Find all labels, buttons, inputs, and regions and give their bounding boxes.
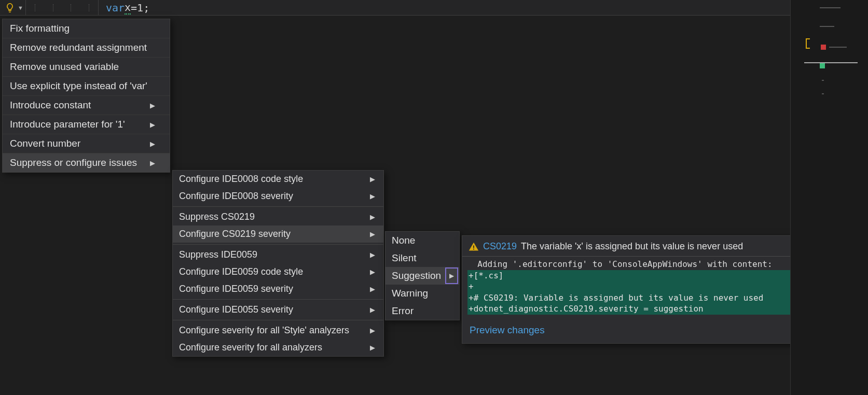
menu-item-label: Configure IDE0008 code style xyxy=(179,174,303,185)
minimap-mark xyxy=(820,7,841,8)
chevron-right-icon: ▶ xyxy=(445,267,458,284)
chevron-right-icon: ▶ xyxy=(370,285,375,293)
chevron-right-icon: ▶ xyxy=(370,251,375,259)
severity-option[interactable]: Warning xyxy=(385,285,459,302)
minimap[interactable] xyxy=(790,0,868,395)
keyword-var: var xyxy=(106,2,125,14)
severity-submenu: NoneSilentSuggestion▶WarningError xyxy=(385,231,460,320)
menu-item[interactable]: Remove redundant assignment xyxy=(3,38,170,58)
diagnostic-message: The variable 'x' is assigned but its val… xyxy=(521,241,743,252)
minimap-mark xyxy=(822,93,824,94)
preview-caption: Adding '.editorconfig' to 'ConsoleAppWin… xyxy=(467,259,773,269)
menu-item-label: Suppress or configure issues xyxy=(10,157,137,168)
minimap-mark xyxy=(822,80,824,81)
chevron-right-icon: ▶ xyxy=(150,140,155,148)
menu-item[interactable]: Configure IDE0059 code style▶ xyxy=(173,263,383,280)
preview-panel: CS0219 The variable 'x' is assigned but … xyxy=(462,235,809,344)
menu-item-label: Configure IDE0055 severity xyxy=(179,304,293,315)
preview-header: CS0219 The variable 'x' is assigned but … xyxy=(462,236,809,257)
editor-gutter xyxy=(26,0,99,15)
menu-item-label: Suppress IDE0059 xyxy=(179,249,257,260)
preview-footer: Preview changes xyxy=(462,318,809,343)
lightbulb-button[interactable]: ▼ xyxy=(0,0,26,15)
minimap-mark xyxy=(829,47,847,48)
menu-item-label: Use explicit type instead of 'var' xyxy=(10,80,147,92)
menu-item-label: Configure severity for all 'Style' analy… xyxy=(179,325,349,336)
menu-item-label: Introduce constant xyxy=(10,100,91,111)
menu-item-label: Warning xyxy=(392,288,428,299)
preview-body: Adding '.editorconfig' to 'ConsoleAppWin… xyxy=(462,257,809,318)
chevron-right-icon: ▶ xyxy=(370,175,375,183)
menu-item[interactable]: Configure IDE0059 severity▶ xyxy=(173,280,383,298)
variable-x: x xyxy=(125,1,131,15)
menu-item[interactable]: Fix formatting xyxy=(3,19,170,38)
menu-item[interactable]: Suppress or configure issues▶ xyxy=(3,153,170,172)
menu-item-label: Configure IDE0008 severity xyxy=(179,191,293,202)
chevron-right-icon: ▶ xyxy=(370,213,375,221)
warning-icon xyxy=(469,242,479,252)
menu-item[interactable]: Configure IDE0008 severity▶ xyxy=(173,188,383,205)
menu-item[interactable]: Remove unused variable xyxy=(3,58,170,77)
minimap-error-marker xyxy=(821,45,826,50)
menu-item-label: Configure IDE0059 code style xyxy=(179,266,303,277)
severity-option[interactable]: None xyxy=(385,232,459,249)
chevron-right-icon: ▶ xyxy=(370,230,375,238)
chevron-right-icon: ▶ xyxy=(370,327,375,334)
caret-down-icon: ▼ xyxy=(18,5,23,11)
minimap-viewport-indicator xyxy=(806,38,810,49)
menu-item-label: Remove redundant assignment xyxy=(10,42,147,53)
quick-actions-menu: Fix formattingRemove redundant assignmen… xyxy=(2,19,170,173)
lightbulb-icon xyxy=(4,2,16,13)
code-rest: =1; xyxy=(131,2,149,14)
menu-item-label: Configure severity for all analyzers xyxy=(179,342,322,353)
menu-item-label: Suppress CS0219 xyxy=(179,211,255,222)
severity-option[interactable]: Suggestion▶ xyxy=(385,267,459,285)
menu-item[interactable]: Introduce parameter for '1'▶ xyxy=(3,115,170,134)
chevron-right-icon: ▶ xyxy=(150,121,155,129)
menu-separator xyxy=(173,299,383,300)
diff-added-line: +[*.cs] xyxy=(467,270,804,281)
chevron-right-icon: ▶ xyxy=(370,306,375,314)
menu-item[interactable]: Configure severity for all analyzers▶ xyxy=(173,339,383,356)
chevron-right-icon: ▶ xyxy=(370,344,375,351)
menu-item-label: Fix formatting xyxy=(10,23,70,34)
menu-item-label: Remove unused variable xyxy=(10,61,119,73)
menu-item[interactable]: Configure IDE0055 severity▶ xyxy=(173,301,383,318)
menu-item-label: None xyxy=(392,235,415,246)
chevron-right-icon: ▶ xyxy=(370,268,375,276)
preview-changes-link[interactable]: Preview changes xyxy=(470,325,545,335)
menu-separator xyxy=(173,244,383,245)
menu-item[interactable]: Configure severity for all 'Style' analy… xyxy=(173,322,383,339)
chevron-right-icon: ▶ xyxy=(370,192,375,200)
diff-added-line: + xyxy=(467,281,804,292)
menu-item[interactable]: Configure CS0219 severity▶ xyxy=(173,225,383,243)
code-text[interactable]: var x=1; xyxy=(99,1,149,15)
severity-option[interactable]: Silent xyxy=(385,249,459,267)
menu-separator xyxy=(173,320,383,320)
minimap-info-marker xyxy=(820,63,825,68)
diff-added-line: +dotnet_diagnostic.CS0219.severity = sug… xyxy=(467,303,804,315)
menu-item[interactable]: Suppress CS0219▶ xyxy=(173,208,383,225)
minimap-separator xyxy=(804,62,858,63)
menu-item-label: Suggestion xyxy=(392,270,441,281)
menu-item-label: Silent xyxy=(392,252,417,264)
chevron-right-icon: ▶ xyxy=(150,159,155,167)
chevron-right-icon: ▶ xyxy=(150,102,155,109)
menu-separator xyxy=(173,206,383,207)
menu-item-label: Configure IDE0059 severity xyxy=(179,284,293,294)
suppress-configure-submenu: Configure IDE0008 code style▶Configure I… xyxy=(172,170,384,357)
menu-item[interactable]: Convert number▶ xyxy=(3,134,170,153)
menu-item[interactable]: Introduce constant▶ xyxy=(3,96,170,115)
menu-item-label: Introduce parameter for '1' xyxy=(10,119,125,130)
menu-item[interactable]: Suppress IDE0059▶ xyxy=(173,246,383,263)
minimap-mark xyxy=(820,26,834,27)
menu-item-label: Configure CS0219 severity xyxy=(179,229,291,239)
menu-item[interactable]: Use explicit type instead of 'var' xyxy=(3,77,170,96)
diagnostic-code: CS0219 xyxy=(483,241,517,252)
editor-line: ▼ var x=1; xyxy=(0,0,868,16)
severity-option[interactable]: Error xyxy=(385,302,459,320)
menu-item-label: Error xyxy=(392,305,414,317)
menu-item-label: Convert number xyxy=(10,138,80,149)
menu-item[interactable]: Configure IDE0008 code style▶ xyxy=(173,171,383,188)
diff-added-line: +# CS0219: Variable is assigned but its … xyxy=(467,292,804,304)
